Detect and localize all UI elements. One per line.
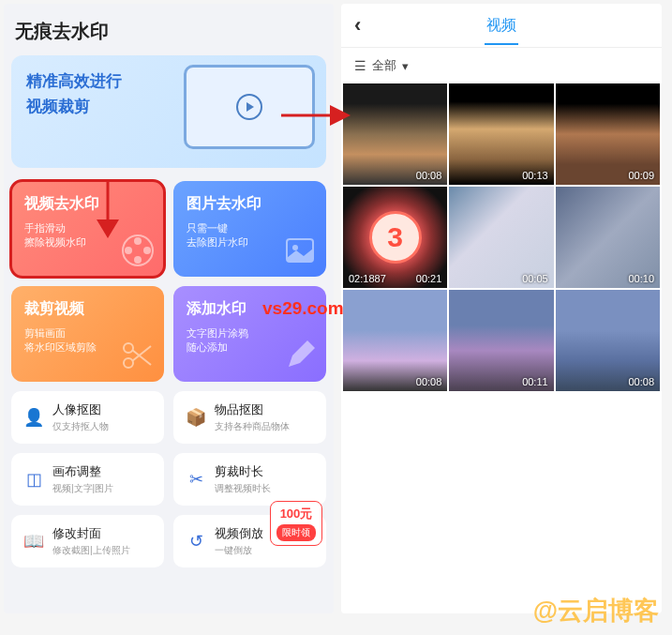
scissors-icon <box>119 337 157 374</box>
video-thumb[interactable]: 00:11 <box>449 290 553 391</box>
tool-sub: 仅支持抠人物 <box>52 420 153 433</box>
trim-icon: ✂ <box>185 468 207 491</box>
gallery-header: ‹ 视频 <box>341 4 662 48</box>
svg-point-8 <box>124 358 133 368</box>
svg-point-1 <box>134 237 142 245</box>
cover-icon: 📖 <box>22 530 45 552</box>
filter-dropdown[interactable]: ☰ 全部 ▾ <box>341 48 662 83</box>
promo-amount: 100元 <box>276 506 316 522</box>
image-icon <box>281 232 319 269</box>
svg-point-6 <box>292 245 298 250</box>
duration: 00:09 <box>628 170 654 181</box>
pencil-icon <box>281 337 319 374</box>
play-icon <box>236 94 262 120</box>
crop-icon: ◫ <box>22 468 45 491</box>
tool-edit-cover[interactable]: 📖修改封面修改截图|上传照片 <box>11 515 164 567</box>
chevron-down-icon: ▾ <box>402 59 409 73</box>
annotation-arrow-right <box>279 101 354 129</box>
video-thumb[interactable]: 00:08 <box>556 290 660 391</box>
page-title: 无痕去水印 <box>11 11 326 55</box>
svg-point-7 <box>124 343 133 353</box>
duration: 00:13 <box>522 170 548 181</box>
card-title: 视频去水印 <box>24 194 151 214</box>
promo-badge[interactable]: 100元 限时领 <box>270 501 322 546</box>
annotation-arrow-down <box>89 178 127 244</box>
card-image-watermark-remove[interactable]: 图片去水印 只需一键 去除图片水印 <box>173 181 326 277</box>
tool-title: 物品抠图 <box>215 401 315 418</box>
duration: 00:08 <box>416 170 442 181</box>
tool-title: 剪裁时长 <box>215 463 315 480</box>
svg-point-3 <box>134 256 142 264</box>
box-icon: 📦 <box>185 406 207 429</box>
tool-title: 画布调整 <box>52 463 153 480</box>
tool-object-cutout[interactable]: 📦物品抠图支持各种商品物体 <box>173 391 326 444</box>
tool-sub: 一键倒放 <box>215 544 315 557</box>
filter-label: 全部 <box>372 57 396 74</box>
extra-text: 02:1887 <box>349 273 386 284</box>
tab-video[interactable]: 视频 <box>382 16 620 36</box>
video-thumb[interactable]: 00:10 <box>556 187 660 288</box>
video-thumb[interactable]: 00:05 <box>449 187 553 288</box>
tool-person-cutout[interactable]: 👤人像抠图仅支持抠人物 <box>11 391 164 444</box>
countdown-number: 3 <box>369 211 422 264</box>
watermark-url: vs29.com <box>262 298 344 319</box>
video-thumb[interactable]: 00:09 <box>556 83 660 185</box>
tool-title: 修改封面 <box>52 525 153 542</box>
duration: 00:08 <box>416 376 442 387</box>
watermark-blog: @云启博客 <box>533 594 659 627</box>
tool-trim-duration[interactable]: ✂剪裁时长调整视频时长 <box>173 453 326 506</box>
list-icon: ☰ <box>354 58 366 73</box>
duration: 00:21 <box>416 273 442 284</box>
tool-sub: 支持各种商品物体 <box>215 420 315 433</box>
video-thumb[interactable]: 00:08 <box>343 83 447 185</box>
duration: 00:08 <box>628 376 654 387</box>
video-grid: 00:08 00:13 00:09 302:188700:21 00:05 00… <box>341 83 662 391</box>
video-thumb[interactable]: 00:08 <box>343 290 447 391</box>
tool-sub: 修改截图|上传照片 <box>52 544 153 557</box>
tool-sub: 调整视频时长 <box>215 482 315 495</box>
card-video-watermark-remove[interactable]: 视频去水印 手指滑动 擦除视频水印 <box>11 181 164 277</box>
card-title: 裁剪视频 <box>24 299 151 319</box>
video-thumb[interactable]: 00:13 <box>449 83 553 185</box>
tool-title: 人像抠图 <box>52 401 153 418</box>
svg-point-2 <box>143 247 151 254</box>
tool-sub: 视频|文字|图片 <box>52 482 153 495</box>
card-crop-video[interactable]: 裁剪视频 剪辑画面 将水印区域剪除 <box>11 286 164 382</box>
svg-point-4 <box>125 247 132 254</box>
person-icon: 👤 <box>22 406 45 429</box>
tool-canvas-adjust[interactable]: ◫画布调整视频|文字|图片 <box>11 453 164 506</box>
duration: 00:10 <box>628 273 654 284</box>
card-title: 图片去水印 <box>187 194 313 214</box>
promo-label: 限时领 <box>276 524 316 541</box>
reverse-icon: ↺ <box>185 530 207 552</box>
back-button[interactable]: ‹ <box>354 13 382 38</box>
duration: 00:05 <box>522 273 548 284</box>
duration: 00:11 <box>522 376 548 387</box>
video-thumb[interactable]: 302:188700:21 <box>343 187 447 288</box>
